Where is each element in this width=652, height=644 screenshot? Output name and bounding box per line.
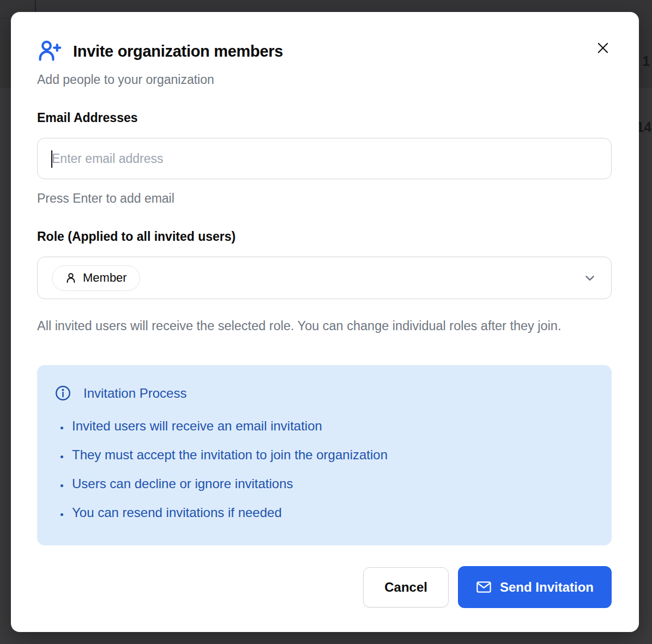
dialog-header: Invite organization members (37, 39, 612, 63)
infobox-list-item: They must accept the invitation to join … (70, 447, 594, 463)
close-icon (595, 40, 611, 56)
infobox-list: Invited users will receive an email invi… (70, 418, 594, 521)
role-helper-text: All invited users will receive the selec… (37, 315, 604, 337)
text-cursor (51, 150, 52, 168)
send-invitation-label: Send Invitation (500, 580, 594, 595)
user-plus-icon (37, 39, 62, 63)
email-input-wrap (37, 138, 612, 179)
user-icon (65, 271, 77, 284)
email-helper-text: Press Enter to add email (37, 191, 612, 206)
role-select[interactable]: Member (37, 257, 612, 299)
envelope-icon (476, 580, 492, 594)
infobox-list-item: Invited users will receive an email invi… (70, 418, 594, 434)
email-input[interactable] (38, 138, 611, 179)
role-label: Role (Applied to all invited users) (37, 229, 612, 244)
invitation-process-infobox: Invitation Process Invited users will re… (37, 365, 612, 545)
infobox-list-item: You can resend invitations if needed (70, 505, 594, 521)
selected-role-chip: Member (52, 265, 140, 291)
infobox-title: Invitation Process (83, 386, 186, 401)
selected-role-label: Member (83, 271, 127, 285)
chevron-down-icon (583, 271, 597, 285)
info-icon (55, 385, 71, 402)
dialog-subtitle: Add people to your organization (37, 72, 612, 87)
cancel-button[interactable]: Cancel (363, 567, 449, 607)
email-addresses-label: Email Addresses (37, 111, 612, 125)
close-button[interactable] (594, 39, 612, 57)
send-invitation-button[interactable]: Send Invitation (458, 566, 612, 608)
dialog-footer: Cancel Send Invitation (37, 566, 612, 608)
dialog-title: Invite organization members (73, 42, 283, 60)
infobox-list-item: Users can decline or ignore invitations (70, 476, 594, 492)
invite-members-dialog: Invite organization members Add people t… (11, 12, 639, 632)
infobox-header: Invitation Process (55, 385, 594, 402)
